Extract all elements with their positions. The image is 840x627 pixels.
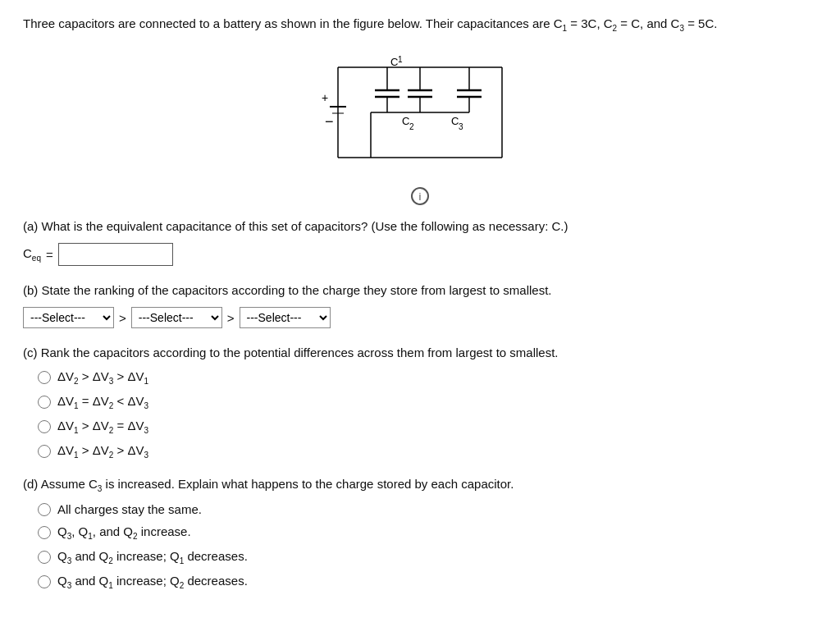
greater-than-2: > — [227, 311, 235, 325]
radio-d-option-2[interactable]: Q3, Q1, and Q2 increase. — [38, 524, 817, 541]
select-row: ---Select--- C₁ C₂ C₃ C₁ = C₂ C₁ = C₃ C₂… — [23, 307, 817, 328]
ceq-equals: = — [46, 248, 53, 262]
radio-c-1[interactable] — [38, 371, 51, 384]
select-2[interactable]: ---Select--- C₁ C₂ C₃ C₁ = C₂ C₁ = C₃ C₂… — [131, 307, 222, 328]
select-3[interactable]: ---Select--- C₁ C₂ C₃ C₁ = C₂ C₁ = C₃ C₂… — [240, 307, 331, 328]
info-icon-label: i — [419, 190, 422, 203]
radio-c-3-label: ΔV1 > ΔV2 = ΔV3 — [57, 419, 148, 435]
info-icon-container[interactable]: i — [23, 187, 817, 205]
radio-d-4[interactable] — [38, 575, 51, 588]
radio-d-1-label: All charges stay the same. — [57, 502, 202, 516]
part-a-section: (a) What is the equivalent capacitance o… — [23, 217, 817, 266]
part-c-label: (c) Rank the capacitors according to the… — [23, 343, 817, 363]
svg-text:3: 3 — [459, 122, 463, 131]
svg-text:1: 1 — [398, 55, 403, 64]
radio-d-option-1[interactable]: All charges stay the same. — [38, 502, 817, 516]
svg-text:C: C — [451, 115, 459, 127]
part-d-section: (d) Assume C3 is increased. Explain what… — [23, 474, 817, 590]
greater-than-1: > — [119, 311, 126, 325]
svg-text:−: − — [325, 113, 334, 130]
problem-intro: Three capacitors are connected to a batt… — [23, 15, 817, 34]
radio-c-1-label: ΔV2 > ΔV3 > ΔV1 — [57, 369, 148, 386]
ceq-row: Ceq = — [23, 243, 817, 266]
info-icon[interactable]: i — [411, 187, 429, 205]
part-c-section: (c) Rank the capacitors according to the… — [23, 343, 817, 460]
radio-d-option-3[interactable]: Q3 and Q2 increase; Q1 decreases. — [38, 549, 817, 565]
radio-c-2-label: ΔV1 = ΔV2 < ΔV3 — [57, 394, 148, 410]
part-b-label: (b) State the ranking of the capacitors … — [23, 281, 817, 300]
svg-text:C: C — [390, 56, 398, 68]
part-d-radio-group: All charges stay the same. Q3, Q1, and Q… — [38, 502, 817, 590]
radio-c-4[interactable] — [38, 445, 51, 458]
radio-c-2[interactable] — [38, 396, 51, 409]
radio-c-option-3[interactable]: ΔV1 > ΔV2 = ΔV3 — [38, 419, 817, 435]
ceq-label: Ceq — [23, 246, 41, 263]
ceq-input[interactable] — [58, 243, 173, 266]
radio-d-3-label: Q3 and Q2 increase; Q1 decreases. — [57, 549, 248, 565]
radio-d-3[interactable] — [38, 551, 51, 564]
radio-c-3[interactable] — [38, 420, 51, 433]
part-b-section: (b) State the ranking of the capacitors … — [23, 281, 817, 328]
part-a-label: (a) What is the equivalent capacitance o… — [23, 217, 817, 236]
radio-c-option-2[interactable]: ΔV1 = ΔV2 < ΔV3 — [38, 394, 817, 410]
select-1[interactable]: ---Select--- C₁ C₂ C₃ C₁ = C₂ C₁ = C₃ C₂… — [23, 307, 114, 328]
radio-d-option-4[interactable]: Q3 and Q1 increase; Q2 decreases. — [38, 574, 817, 590]
radio-c-option-1[interactable]: ΔV2 > ΔV3 > ΔV1 — [38, 369, 817, 386]
radio-d-2[interactable] — [38, 526, 51, 539]
radio-c-4-label: ΔV1 > ΔV2 > ΔV3 — [57, 443, 148, 460]
svg-text:+: + — [322, 91, 328, 104]
radio-d-2-label: Q3, Q1, and Q2 increase. — [57, 524, 191, 541]
svg-text:C: C — [402, 115, 409, 127]
part-d-label: (d) Assume C3 is increased. Explain what… — [23, 474, 817, 496]
svg-text:2: 2 — [409, 122, 414, 131]
part-c-radio-group: ΔV2 > ΔV3 > ΔV1 ΔV1 = ΔV2 < ΔV3 ΔV1 > ΔV… — [38, 369, 817, 460]
radio-d-4-label: Q3 and Q1 increase; Q2 decreases. — [57, 574, 248, 590]
radio-d-1[interactable] — [38, 503, 51, 516]
circuit-diagram: + − C 1 C 2 — [23, 43, 817, 182]
radio-c-option-4[interactable]: ΔV1 > ΔV2 > ΔV3 — [38, 443, 817, 460]
